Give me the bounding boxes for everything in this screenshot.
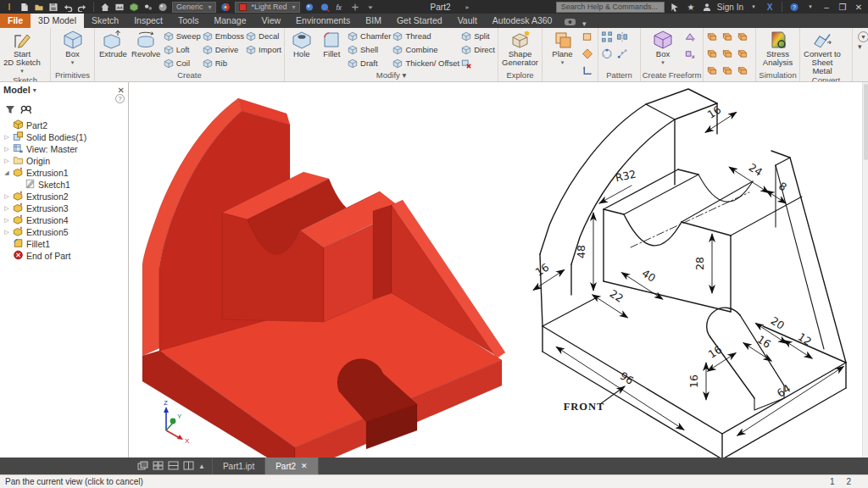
chevron-down-icon[interactable]: ▾ bbox=[71, 58, 75, 67]
material-cube-icon[interactable] bbox=[128, 2, 140, 12]
tile-icon[interactable] bbox=[153, 458, 164, 474]
expand-arrow-icon[interactable]: ▸ bbox=[465, 3, 469, 11]
chevron-down-icon[interactable]: ▾ bbox=[661, 58, 665, 67]
sign-in-button[interactable]: Sign In bbox=[717, 3, 743, 12]
tree-item-origin[interactable]: ▷Origin bbox=[0, 155, 128, 167]
tree-item-view-master[interactable]: ▷View: Master bbox=[0, 143, 128, 155]
convert-to-sheet-metal-button[interactable]: Convert to Sheet Metal bbox=[803, 30, 842, 75]
ribbon-collapse-button[interactable]: ▼ ▾ bbox=[853, 28, 868, 81]
chevron-down-icon[interactable]: ▾ bbox=[33, 86, 36, 94]
tree-item-sketch1[interactable]: Sketch1 bbox=[0, 179, 128, 191]
ribbon-tab-vault[interactable]: Vault bbox=[450, 14, 485, 28]
person-icon[interactable] bbox=[701, 2, 713, 12]
emboss-button[interactable]: Emboss bbox=[203, 30, 244, 42]
tree-item-extrusion1[interactable]: ◢Extrusion1 bbox=[0, 167, 128, 179]
home-icon[interactable] bbox=[99, 2, 111, 12]
undo-icon[interactable] bbox=[62, 2, 74, 12]
expander-icon[interactable]: ▷ bbox=[3, 158, 10, 164]
browser-close-icon[interactable]: ✕ bbox=[118, 86, 125, 95]
point-icon[interactable] bbox=[581, 47, 595, 63]
split-button[interactable]: Split bbox=[461, 30, 495, 42]
browser-help-icon[interactable]: ? bbox=[115, 94, 125, 103]
material-dropdown[interactable]: Generic▾ bbox=[172, 2, 216, 13]
new-file-icon[interactable] bbox=[19, 2, 31, 12]
thread-button[interactable]: Thread bbox=[392, 30, 459, 42]
chevron-down-icon[interactable]: ▾ bbox=[561, 58, 565, 67]
surface-tool-icon[interactable] bbox=[737, 30, 750, 46]
shape-generator-button[interactable]: Shape Generator bbox=[501, 30, 539, 67]
tree-item-fillet1[interactable]: Fillet1 bbox=[0, 238, 128, 250]
caret-icon[interactable]: ▾ bbox=[748, 2, 760, 12]
clear-appearance-icon[interactable] bbox=[303, 2, 315, 12]
inventor-logo-icon[interactable]: I bbox=[3, 2, 15, 12]
freeform-convert-icon[interactable] bbox=[684, 47, 698, 63]
expander-icon[interactable]: ▷ bbox=[3, 134, 10, 141]
tree-item-solid-bodies-1-[interactable]: ▷Solid Bodies(1) bbox=[0, 131, 128, 143]
ribbon-tab-get-started[interactable]: Get Started bbox=[389, 14, 450, 28]
tree-item-extrusion2[interactable]: ▷Extrusion2 bbox=[0, 191, 128, 202]
surface-tool-icon[interactable] bbox=[737, 47, 750, 63]
shell-button[interactable]: Shell bbox=[348, 43, 391, 56]
expander-icon[interactable]: ▷ bbox=[3, 217, 10, 224]
help-icon[interactable]: ? bbox=[788, 2, 800, 12]
extrude-button[interactable]: Extrude bbox=[97, 30, 129, 58]
loft-button[interactable]: Loft bbox=[164, 43, 201, 56]
sweep-button[interactable]: Sweep bbox=[164, 30, 201, 42]
ribbon-tab-file[interactable]: File bbox=[0, 14, 31, 28]
viewport[interactable]: Z Y X bbox=[129, 82, 868, 458]
box-button[interactable]: Box▾ bbox=[53, 30, 92, 67]
color-wheel-icon[interactable] bbox=[220, 2, 231, 12]
ribbon-tab-manage[interactable]: Manage bbox=[207, 14, 254, 28]
redo-icon[interactable] bbox=[76, 2, 88, 12]
ribbon-tab-environments[interactable]: Environments bbox=[288, 14, 358, 28]
ribbon-tab-tools[interactable]: Tools bbox=[170, 14, 207, 28]
thicken-offset-button[interactable]: Thicken/ Offset bbox=[392, 57, 459, 69]
close-tab-icon[interactable]: ✕ bbox=[301, 462, 308, 470]
expander-icon[interactable]: ▷ bbox=[3, 229, 10, 236]
draft-button[interactable]: Draft bbox=[348, 57, 391, 69]
chevron-down-icon[interactable]: ▾ bbox=[20, 67, 24, 75]
decal-button[interactable]: Decal bbox=[246, 30, 281, 42]
import-button[interactable]: Import bbox=[246, 43, 281, 56]
ribbon-tab-view[interactable]: View bbox=[253, 14, 288, 28]
circular-pattern-icon[interactable] bbox=[601, 47, 615, 63]
tree-item-extrusion3[interactable]: ▷Extrusion3 bbox=[0, 202, 128, 214]
ribbon-tab-sketch[interactable]: Sketch bbox=[84, 14, 126, 28]
rib-button[interactable]: Rib bbox=[203, 57, 244, 69]
axis-icon[interactable] bbox=[581, 64, 595, 80]
direct-button[interactable]: Direct bbox=[461, 43, 495, 56]
viewport-scrollbar[interactable] bbox=[862, 82, 868, 458]
material-ball-icon[interactable] bbox=[157, 2, 169, 12]
filter-icon[interactable] bbox=[5, 105, 15, 116]
adjust-appearance-icon[interactable] bbox=[319, 2, 331, 12]
ribbon-tab-bim[interactable]: BIM bbox=[358, 14, 389, 28]
model-3d[interactable] bbox=[142, 98, 505, 458]
document-tab-part1-ipt[interactable]: Part1.ipt bbox=[213, 458, 265, 474]
plane-button[interactable]: Plane▾ bbox=[545, 30, 580, 67]
help-search-input[interactable]: Search Help & Commands... bbox=[556, 2, 665, 13]
document-tab-part2[interactable]: Part2✕ bbox=[265, 458, 318, 474]
derive-button[interactable]: Derive bbox=[203, 43, 244, 56]
cursor-icon[interactable] bbox=[669, 2, 681, 12]
open-icon[interactable] bbox=[33, 2, 45, 12]
caret-icon[interactable]: ▾ bbox=[804, 2, 816, 12]
start-2d-sketch-button[interactable]: Start 2D Sketch▾ bbox=[3, 30, 42, 75]
close-button[interactable]: ✕ bbox=[853, 3, 865, 12]
mirror-icon[interactable] bbox=[616, 30, 630, 46]
ribbon-tab-3d-model[interactable]: 3D Model bbox=[31, 14, 84, 28]
expander-icon[interactable]: ◢ bbox=[3, 169, 10, 176]
stress-analysis-button[interactable]: Stress Analysis bbox=[759, 30, 797, 67]
caret-icon[interactable] bbox=[364, 2, 376, 12]
surface-tool-icon[interactable] bbox=[737, 64, 750, 80]
screenshot-icon[interactable] bbox=[114, 2, 125, 12]
hole-button[interactable]: Hole bbox=[287, 30, 316, 58]
surface-tool-icon[interactable] bbox=[721, 64, 735, 80]
expander-icon[interactable]: ▷ bbox=[3, 205, 10, 212]
appearance-dots-icon[interactable] bbox=[142, 2, 154, 12]
rect-pattern-icon[interactable] bbox=[601, 30, 615, 46]
tree-item-extrusion5[interactable]: ▷Extrusion5 bbox=[0, 226, 128, 238]
surface-tool-icon[interactable] bbox=[721, 47, 735, 63]
surface-tool-icon[interactable] bbox=[706, 47, 720, 63]
combine-button[interactable]: Combine bbox=[392, 43, 459, 56]
surface-tool-icon[interactable] bbox=[706, 30, 720, 46]
